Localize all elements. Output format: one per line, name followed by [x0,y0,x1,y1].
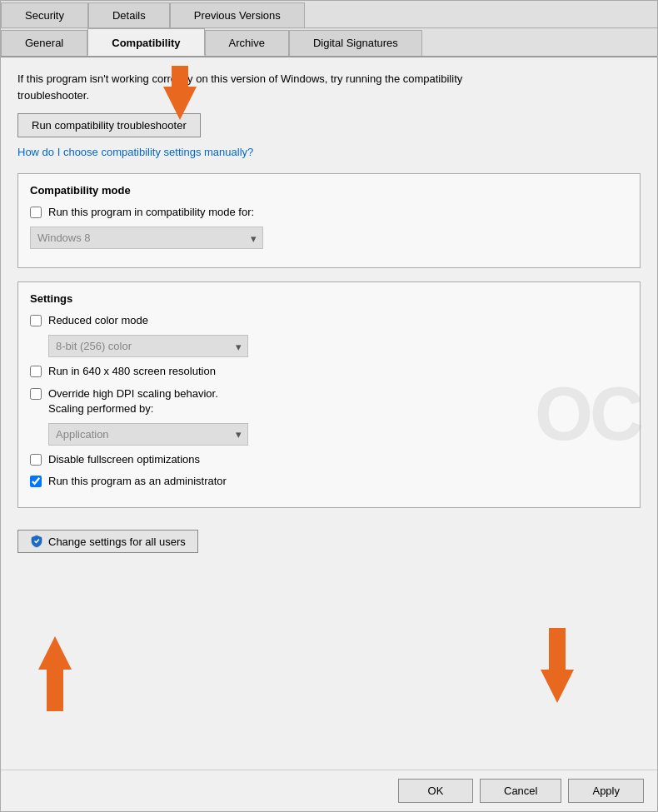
tab-archive[interactable]: Archive [205,30,289,56]
color-dropdown[interactable]: 8-bit (256) color [48,335,248,357]
tab-details[interactable]: Details [88,2,170,27]
reduced-color-checkbox[interactable] [30,315,42,326]
settings-item-4: Run this program as an administrator [30,474,628,489]
main-content: OC If this program isn't working correct… [1,57,657,770]
settings-title: Settings [30,292,628,305]
svg-marker-1 [38,636,72,711]
tab-compatibility[interactable]: Compatibility [87,28,204,56]
bottom-tab-bar: General Compatibility Archive Digital Si… [1,28,657,57]
intro-text: If this program isn't working correctly … [17,71,517,103]
settings-item-0: Reduced color mode [30,313,628,328]
compat-mode-dropdown-wrapper: Windows 8 [30,227,263,249]
apply-button[interactable]: Apply [568,779,644,803]
svg-marker-2 [541,628,574,703]
fullscreen-label: Disable fullscreen optimizations [48,452,200,467]
change-settings-button[interactable]: Change settings for all users [17,530,198,553]
admin-label: Run this program as an administrator [48,474,227,489]
settings-item-3: Disable fullscreen optimizations [30,452,628,467]
settings-item-2: Override high DPI scaling behavior.Scali… [30,386,628,416]
compatibility-mode-section: Compatibility mode Run this program in c… [17,173,641,268]
help-link[interactable]: How do I choose compatibility settings m… [17,146,641,158]
cancel-button[interactable]: Cancel [480,779,561,803]
compat-mode-dropdown[interactable]: Windows 8 [30,227,263,249]
tab-digital-signatures[interactable]: Digital Signatures [289,30,422,56]
change-settings-label: Change settings for all users [48,536,186,548]
tab-security[interactable]: Security [1,2,88,27]
tab-previous-versions[interactable]: Previous Versions [170,2,305,27]
admin-checkbox[interactable] [30,476,42,487]
resolution-checkbox[interactable] [30,366,42,377]
shield-icon [30,535,43,548]
fullscreen-checkbox[interactable] [30,454,42,466]
top-tab-bar: Security Details Previous Versions [1,1,657,28]
arrow-apply [524,628,591,703]
resolution-label: Run in 640 x 480 screen resolution [48,364,216,379]
dpi-label: Override high DPI scaling behavior.Scali… [48,386,218,416]
settings-section: Settings Reduced color mode 8-bit (256) … [17,281,641,508]
dpi-checkbox[interactable] [30,388,42,400]
compat-mode-label: Run this program in compatibility mode f… [48,205,254,220]
reduced-color-label: Reduced color mode [48,313,148,328]
compat-mode-checkbox-row: Run this program in compatibility mode f… [30,205,628,220]
dpi-dropdown-wrapper: Application [48,423,248,446]
footer-bar: OK Cancel Apply [1,770,657,811]
arrow-admin [26,636,84,711]
compatibility-mode-title: Compatibility mode [30,184,628,197]
tab-general[interactable]: General [1,30,87,56]
settings-item-1: Run in 640 x 480 screen resolution [30,364,628,379]
run-troubleshooter-button[interactable]: Run compatibility troubleshooter [17,113,201,137]
ok-button[interactable]: OK [398,779,473,803]
color-dropdown-wrapper: 8-bit (256) color [48,335,248,357]
dpi-dropdown[interactable]: Application [48,423,248,446]
compat-mode-checkbox[interactable] [30,207,42,218]
